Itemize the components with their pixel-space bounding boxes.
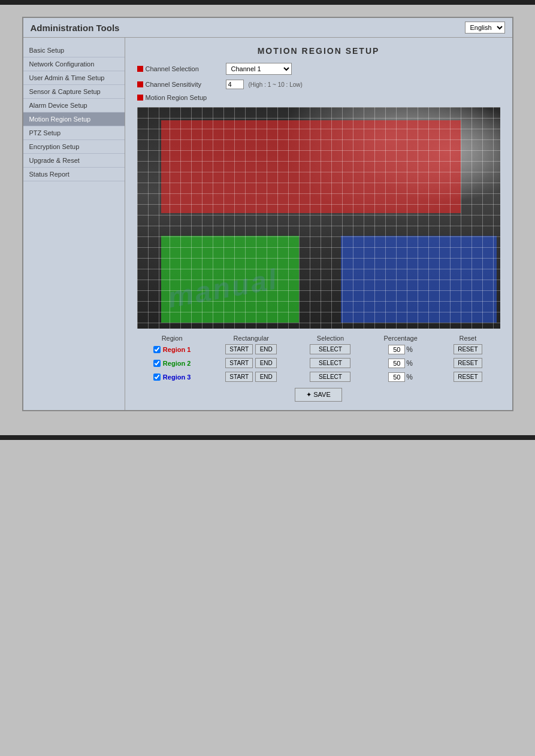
region3-start-button[interactable]: START xyxy=(225,372,253,382)
save-button[interactable]: ✦ SAVE xyxy=(295,388,342,402)
sidebar-item-user-admin[interactable]: User Admin & Time Setup xyxy=(23,71,125,85)
admin-body: Basic Setup Network Configuration User A… xyxy=(23,38,512,410)
region2-reset-button[interactable]: RESET xyxy=(454,358,482,368)
region2-reset-col: RESET xyxy=(447,358,489,368)
col-header-reset: Reset xyxy=(447,335,489,342)
region1-select-col: SELECT xyxy=(306,344,354,354)
region2-rect-buttons: START END xyxy=(218,358,284,368)
red-square-icon-2 xyxy=(137,81,143,87)
sidebar-item-upgrade-reset[interactable]: Upgrade & Reset xyxy=(23,154,125,168)
region1-label: Region 1 xyxy=(148,346,196,353)
region1-select-button[interactable]: SELECT xyxy=(310,344,350,354)
channel-sensitivity-label: Channel Sensitivity xyxy=(137,81,221,88)
red-square-icon-3 xyxy=(137,95,143,101)
region-red-overlay xyxy=(161,120,461,213)
region2-pct-sign: % xyxy=(406,359,413,368)
sensitivity-input[interactable] xyxy=(226,80,244,89)
admin-header: Administration Tools English xyxy=(23,18,512,38)
channel-selection-row: Channel Selection Channel 1 Channel 2 Ch… xyxy=(137,63,500,75)
region1-pct-sign: % xyxy=(406,345,413,354)
region3-reset-col: RESET xyxy=(447,372,489,382)
region3-row: Region 3 START END SELECT % xyxy=(137,372,500,382)
col-header-rectangular: Rectangular xyxy=(218,335,284,342)
sidebar-item-network-config[interactable]: Network Configuration xyxy=(23,57,125,71)
region1-name: Region 1 xyxy=(163,346,191,353)
region1-start-button[interactable]: START xyxy=(225,344,253,354)
region3-checkbox[interactable] xyxy=(153,374,161,381)
sidebar-item-encryption[interactable]: Encryption Setup xyxy=(23,140,125,154)
region1-row: Region 1 START END SELECT % xyxy=(137,344,500,354)
region3-reset-button[interactable]: RESET xyxy=(454,372,482,382)
region1-end-button[interactable]: END xyxy=(255,344,277,354)
main-content: MOTION REGION SETUP Channel Selection Ch… xyxy=(125,38,512,410)
region3-label: Region 3 xyxy=(148,374,196,381)
region1-checkbox[interactable] xyxy=(153,346,161,353)
region2-end-button[interactable]: END xyxy=(255,358,277,368)
region3-percentage-input[interactable] xyxy=(388,372,405,382)
motion-region-label: Motion Region Setup xyxy=(137,94,221,101)
region1-percentage-col: % xyxy=(377,345,425,354)
motion-region-label-row: Motion Region Setup xyxy=(137,94,500,101)
region3-select-button[interactable]: SELECT xyxy=(310,372,350,382)
language-select[interactable]: English xyxy=(465,22,505,34)
region-blue-overlay xyxy=(341,236,497,323)
sidebar-item-basic-setup[interactable]: Basic Setup xyxy=(23,44,125,57)
sensitivity-hint: (High : 1 ~ 10 : Low) xyxy=(249,81,303,88)
region3-name: Region 3 xyxy=(163,374,191,381)
red-square-icon xyxy=(137,66,143,72)
region2-checkbox[interactable] xyxy=(153,360,161,367)
region3-rect-buttons: START END xyxy=(218,372,284,382)
region3-pct-sign: % xyxy=(406,373,413,381)
region-green-overlay xyxy=(161,236,299,323)
region2-name: Region 2 xyxy=(163,360,191,367)
bottom-bar xyxy=(0,435,535,440)
region2-label: Region 2 xyxy=(148,360,196,367)
sidebar: Basic Setup Network Configuration User A… xyxy=(23,38,125,410)
region1-reset-col: RESET xyxy=(447,344,489,354)
channel-selection-label: Channel Selection xyxy=(137,65,221,72)
sidebar-item-alarm-device[interactable]: Alarm Device Setup xyxy=(23,99,125,113)
col-header-percentage: Percentage xyxy=(377,335,425,342)
region3-select-col: SELECT xyxy=(306,372,354,382)
col-header-region: Region xyxy=(148,335,196,342)
sidebar-item-motion-region[interactable]: Motion Region Setup xyxy=(23,113,125,126)
sidebar-item-sensor-capture[interactable]: Sensor & Capture Setup xyxy=(23,85,125,99)
channel-select[interactable]: Channel 1 Channel 2 Channel 3 Channel 4 xyxy=(226,63,292,75)
region3-percentage-col: % xyxy=(377,372,425,382)
region2-row: Region 2 START END SELECT % xyxy=(137,358,500,368)
admin-title: Administration Tools xyxy=(31,23,120,33)
channel-sensitivity-row: Channel Sensitivity (High : 1 ~ 10 : Low… xyxy=(137,80,500,89)
region1-reset-button[interactable]: RESET xyxy=(454,344,482,354)
region2-percentage-input[interactable] xyxy=(388,359,405,368)
region1-percentage-input[interactable] xyxy=(388,345,405,354)
controls-area: Region Rectangular Selection Percentage … xyxy=(137,335,500,382)
col-header-selection: Selection xyxy=(306,335,354,342)
top-bar xyxy=(0,0,535,5)
sidebar-item-status-report[interactable]: Status Report xyxy=(23,168,125,181)
region3-end-button[interactable]: END xyxy=(255,372,277,382)
controls-header: Region Rectangular Selection Percentage … xyxy=(137,335,500,342)
region2-start-button[interactable]: START xyxy=(225,358,253,368)
sidebar-item-ptz-setup[interactable]: PTZ Setup xyxy=(23,126,125,140)
video-area: manual xyxy=(137,107,500,329)
page-title: MOTION REGION SETUP xyxy=(137,46,500,56)
save-area: ✦ SAVE xyxy=(137,388,500,402)
region1-rect-buttons: START END xyxy=(218,344,284,354)
region2-select-col: SELECT xyxy=(306,358,354,368)
region2-select-button[interactable]: SELECT xyxy=(310,358,350,368)
admin-container: Administration Tools English Basic Setup… xyxy=(22,17,513,411)
region2-percentage-col: % xyxy=(377,359,425,368)
